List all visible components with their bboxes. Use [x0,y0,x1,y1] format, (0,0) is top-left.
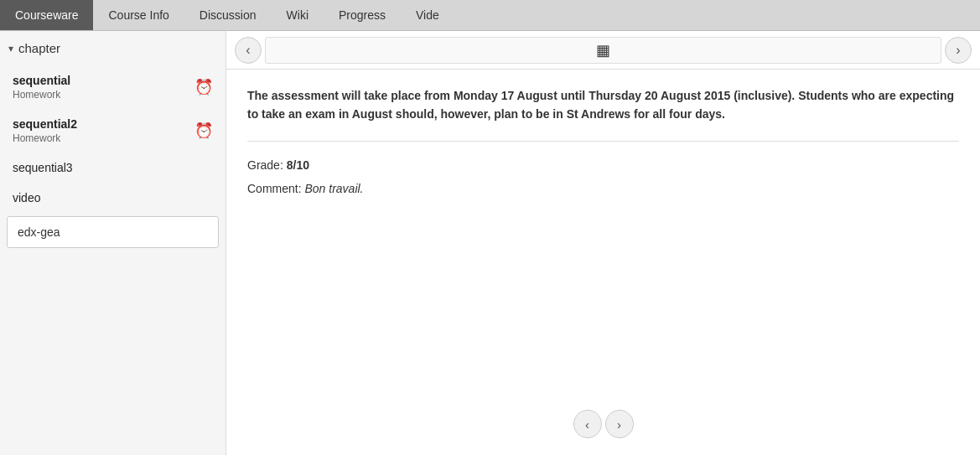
nav-vide[interactable]: Vide [401,0,454,30]
sidebar-item-sequential3[interactable]: sequential3 [0,153,226,183]
sequential1-subtitle: Homework [13,89,70,101]
content-body: The assessment will take place from Mond… [226,70,980,393]
alarm-icon-2: ⏰ [194,122,213,140]
sequential2-subtitle: Homework [13,132,77,144]
sidebar-item-edx-gea[interactable]: edx-gea [7,216,219,248]
next-nav-button[interactable]: › [945,37,972,64]
sidebar-item-video[interactable]: video [0,183,226,213]
next-arrow-icon: › [956,43,960,58]
grade-line: Grade: 8/10 [247,158,959,172]
chapter-label: chapter [18,41,60,55]
grade-value: 8/10 [287,158,309,172]
bottom-prev-button[interactable]: ‹ [573,410,602,438]
nav-courseware[interactable]: Courseware [0,0,93,30]
top-navigation: Courseware Course Info Discussion Wiki P… [0,0,980,31]
content-progress-bar: ▦ [265,37,941,64]
chapter-collapse-icon: ▾ [8,43,13,54]
grade-label: Grade: [247,158,287,172]
nav-progress[interactable]: Progress [324,0,401,30]
sequential2-title: sequential2 [13,117,77,131]
sidebar: ▾ chapter sequential Homework ⏰ sequenti… [0,31,226,455]
nav-wiki[interactable]: Wiki [272,0,324,30]
sidebar-item-sequential1-text: sequential Homework [13,74,70,101]
bottom-next-button[interactable]: › [605,410,634,438]
chapter-header[interactable]: ▾ chapter [0,31,226,65]
alarm-icon-1: ⏰ [194,78,213,96]
comment-line: Comment: Bon travail. [247,182,959,195]
sequential1-title: sequential [13,74,70,87]
sidebar-item-sequential2-text: sequential2 Homework [13,117,77,144]
sidebar-item-sequential1[interactable]: sequential Homework ⏰ [0,65,226,109]
comment-value: Bon travail. [304,182,363,195]
grid-icon: ▦ [596,41,610,59]
prev-arrow-icon: ‹ [246,43,250,58]
divider [247,141,959,142]
nav-course-info[interactable]: Course Info [93,0,184,30]
prev-nav-button[interactable]: ‹ [235,37,262,64]
assessment-text: The assessment will take place from Mond… [247,86,959,124]
comment-label: Comment: [247,182,304,195]
bottom-next-icon: › [617,417,621,432]
content-nav-bar: ‹ ▦ › [226,31,980,70]
sidebar-item-sequential2[interactable]: sequential2 Homework ⏰ [0,109,226,153]
nav-discussion[interactable]: Discussion [184,0,272,30]
content-area: ‹ ▦ › The assessment will take place fro… [226,31,980,455]
bottom-prev-icon: ‹ [585,417,589,432]
bottom-navigation: ‹ › [226,393,980,455]
main-layout: ▾ chapter sequential Homework ⏰ sequenti… [0,31,980,455]
